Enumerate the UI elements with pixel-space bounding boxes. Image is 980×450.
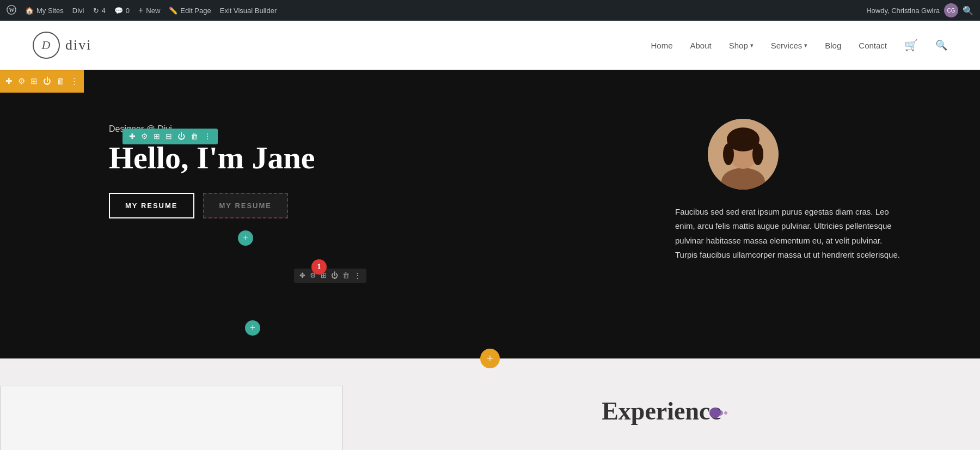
avatar-illustration bbox=[708, 119, 779, 190]
row-trash-icon[interactable]: 🗑 bbox=[191, 132, 198, 141]
hero-title: Hello, I'm Jane bbox=[109, 141, 675, 175]
row-settings-icon[interactable]: ⚙ bbox=[141, 132, 148, 141]
cart-icon[interactable]: 🛒 bbox=[904, 39, 918, 52]
row-power-icon[interactable]: ⏻ bbox=[177, 132, 185, 141]
new-content-menu[interactable]: + New bbox=[138, 5, 160, 15]
module-trash-icon[interactable]: 🗑 bbox=[342, 271, 350, 280]
edit-page-label: Edit Page bbox=[180, 7, 211, 15]
resume-button-primary[interactable]: MY RESUME bbox=[109, 193, 194, 218]
experience-title: Experience bbox=[602, 397, 721, 425]
exit-builder-label: Exit Visual Builder bbox=[220, 7, 277, 15]
row-columns-icon[interactable]: ⊟ bbox=[166, 132, 172, 141]
logo-name: divi bbox=[65, 37, 91, 53]
add-row-button[interactable]: + bbox=[245, 320, 260, 336]
nav-about[interactable]: About bbox=[690, 41, 711, 50]
experience-title-wrapper: Experience bbox=[602, 397, 721, 425]
hero-right-column: Faucibus sed sed erat ipsum purus egesta… bbox=[675, 113, 947, 262]
add-module-button[interactable]: + bbox=[238, 230, 253, 246]
below-hero-section: Experience bbox=[0, 358, 980, 450]
section-toolbar: ✚ ⚙ ⊞ ⏻ 🗑 ⋮ bbox=[0, 70, 84, 93]
nav-home[interactable]: Home bbox=[651, 41, 672, 50]
wp-icon: W bbox=[7, 5, 16, 16]
resume-button-secondary[interactable]: MY RESUME bbox=[203, 193, 289, 218]
pencil-icon: ✏️ bbox=[169, 7, 177, 15]
search-icon[interactable]: 🔍 bbox=[963, 5, 973, 16]
exit-builder-link[interactable]: Exit Visual Builder bbox=[220, 7, 277, 15]
logo-circle: D bbox=[33, 32, 60, 59]
row-toolbar: ✚ ⚙ ⊞ ⊟ ⏻ 🗑 ⋮ bbox=[122, 129, 218, 144]
logo-letter: D bbox=[42, 38, 51, 52]
new-label: New bbox=[146, 7, 160, 15]
section-power-icon[interactable]: ⏻ bbox=[43, 77, 51, 86]
comments-icon: 💬 bbox=[114, 7, 123, 15]
svg-point-10 bbox=[724, 411, 727, 415]
section-more-icon[interactable]: ⋮ bbox=[70, 76, 78, 86]
hero-avatar bbox=[708, 119, 779, 190]
my-sites-label: My Sites bbox=[36, 7, 64, 15]
divi-label: Divi bbox=[72, 7, 84, 15]
site-header: D divi Home About Shop ▾ Services ▾ Blog… bbox=[0, 21, 980, 70]
nav-about-label: About bbox=[690, 41, 711, 50]
notification-count: 1 bbox=[317, 263, 321, 271]
nav-services[interactable]: Services ▾ bbox=[771, 41, 808, 50]
section-add-icon[interactable]: ✚ bbox=[5, 76, 13, 86]
plus-icon: + bbox=[138, 5, 143, 15]
row-more-icon[interactable]: ⋮ bbox=[204, 132, 211, 141]
module-toolbar: ✥ ⚙ ⊞ ⏻ 🗑 ⋮ bbox=[294, 269, 366, 283]
hero-content: Designer @ Divi Hello, I'm Jane MY RESUM… bbox=[0, 70, 980, 358]
my-sites-menu[interactable]: 🏠 My Sites bbox=[25, 7, 64, 15]
wp-logo[interactable]: W bbox=[7, 5, 16, 16]
nav-services-label: Services bbox=[771, 41, 803, 50]
nav-contact[interactable]: Contact bbox=[859, 41, 887, 50]
nav-blog-label: Blog bbox=[825, 41, 841, 50]
updates-count: 4 bbox=[102, 7, 106, 15]
svg-text:W: W bbox=[9, 7, 15, 13]
resume-button-wrapper: MY RESUME + bbox=[203, 193, 289, 218]
nav-contact-label: Contact bbox=[859, 41, 887, 50]
howdy-text: Howdy, Christina Gwira bbox=[866, 7, 940, 15]
main-navigation: Home About Shop ▾ Services ▾ Blog Contac… bbox=[651, 39, 947, 52]
experience-area: Experience bbox=[343, 386, 980, 425]
svg-point-9 bbox=[718, 410, 723, 416]
nav-home-label: Home bbox=[651, 41, 672, 50]
section-layout-icon[interactable]: ⊞ bbox=[30, 76, 38, 86]
svg-point-7 bbox=[752, 143, 763, 165]
search-icon[interactable]: 🔍 bbox=[935, 39, 947, 51]
row-layout-icon[interactable]: ⊞ bbox=[154, 132, 160, 141]
row-add-icon[interactable]: ✚ bbox=[129, 132, 136, 141]
purple-dots-icon bbox=[708, 401, 732, 427]
below-left-preview bbox=[0, 386, 343, 450]
updates-link[interactable]: ↻ 4 bbox=[93, 7, 106, 15]
updates-icon: ↻ bbox=[93, 7, 99, 15]
nav-shop-label: Shop bbox=[729, 41, 748, 50]
hero-bio-text: Faucibus sed sed erat ipsum purus egesta… bbox=[675, 205, 904, 262]
module-power-icon[interactable]: ⏻ bbox=[331, 271, 338, 280]
comments-link[interactable]: 💬 0 bbox=[114, 7, 130, 15]
add-section-button[interactable]: + bbox=[480, 349, 500, 368]
edit-page-link[interactable]: ✏️ Edit Page bbox=[169, 7, 211, 15]
module-more-icon[interactable]: ⋮ bbox=[354, 271, 361, 280]
nav-shop[interactable]: Shop ▾ bbox=[729, 41, 754, 50]
hero-section: ✚ ⚙ ⊞ ⏻ 🗑 ⋮ ✚ ⚙ ⊞ ⊟ ⏻ 🗑 ⋮ 1 ✥ ⚙ ⊞ ⏻ 🗑 ⋮ … bbox=[0, 70, 980, 358]
site-logo[interactable]: D divi bbox=[33, 32, 91, 59]
comments-count: 0 bbox=[126, 7, 130, 15]
my-sites-icon: 🏠 bbox=[25, 7, 34, 15]
nav-blog[interactable]: Blog bbox=[825, 41, 841, 50]
site-name[interactable]: Divi bbox=[72, 7, 84, 15]
notification-badge: 1 bbox=[311, 259, 327, 275]
section-settings-icon[interactable]: ⚙ bbox=[18, 76, 25, 86]
admin-bar: W 🏠 My Sites Divi ↻ 4 💬 0 + New ✏️ Edit … bbox=[0, 0, 980, 21]
chevron-down-icon: ▾ bbox=[804, 42, 807, 49]
module-move-icon[interactable]: ✥ bbox=[299, 271, 305, 280]
resume-buttons-area: MY RESUME MY RESUME + bbox=[109, 193, 675, 218]
section-trash-icon[interactable]: 🗑 bbox=[57, 77, 65, 86]
chevron-down-icon: ▾ bbox=[750, 42, 754, 49]
avatar[interactable]: CG bbox=[944, 3, 958, 17]
admin-user-area: Howdy, Christina Gwira CG 🔍 bbox=[866, 3, 973, 17]
svg-point-6 bbox=[723, 143, 734, 165]
